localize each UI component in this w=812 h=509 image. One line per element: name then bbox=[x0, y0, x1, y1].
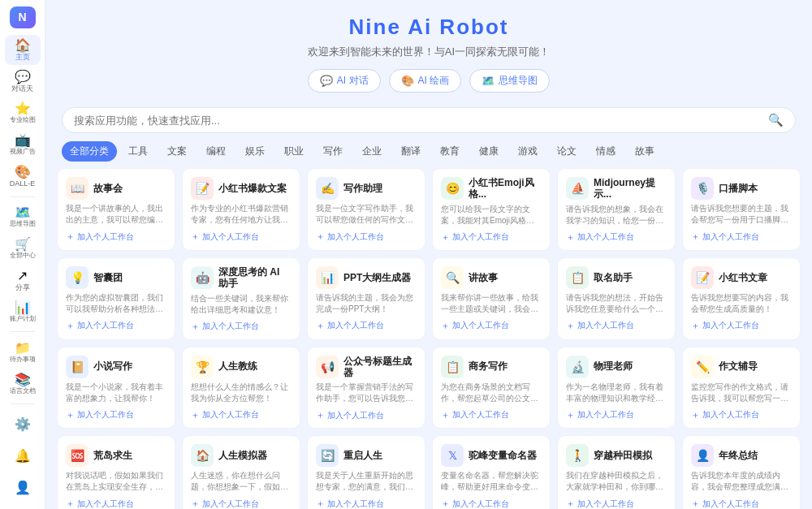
card-item[interactable]: 🔍 讲故事 我来帮你讲一些故事，给我一些主题或关键词，我会帮您生成您！ ＋ 加入… bbox=[432, 257, 551, 340]
card-add-button[interactable]: ＋ 加入个人工作台 bbox=[191, 321, 292, 333]
card-add-label: 加入个人工作台 bbox=[77, 409, 134, 421]
cat-tab-game[interactable]: 游戏 bbox=[510, 141, 546, 162]
card-item[interactable]: ⛵ Midjourney提示... 请告诉我您的想象，我会在我学习的知识，给您一… bbox=[557, 168, 676, 251]
card-add-button[interactable]: ＋ 加入个人工作台 bbox=[441, 498, 542, 509]
card-add-button[interactable]: ＋ 加入个人工作台 bbox=[691, 231, 792, 243]
sidebar: N 🏠 主页 💬 对话天 ⭐ 专业绘图 📺 视频广告 🎨 DALL-E 🗺️ 思… bbox=[0, 0, 45, 509]
cat-tab-code[interactable]: 编程 bbox=[198, 141, 234, 162]
card-item[interactable]: 🚶 穿越种田模拟 我们在穿越种田模拟之后，大家就学种田和，你到哪里来！ 我们开始… bbox=[557, 435, 676, 509]
card-header: 🆘 荒岛求生 bbox=[66, 444, 166, 467]
sidebar-item-share[interactable]: ↗ 分享 bbox=[5, 265, 41, 295]
card-add-button[interactable]: ＋ 加入个人工作台 bbox=[566, 498, 667, 509]
tab-ai-chat[interactable]: 💬 AI 对话 bbox=[308, 69, 381, 93]
card-item[interactable]: 📊 PPT大纲生成器 请告诉我的主题，我会为您完成一份PPT大纲！ ＋ 加入个人… bbox=[307, 257, 425, 340]
card-icon: 📊 bbox=[316, 266, 339, 289]
card-item[interactable]: ✏️ 作文辅导 监控您写作的作文格式，请告诉我，我可以帮您写一篇优质！ ＋ 加入… bbox=[682, 347, 801, 429]
card-add-button[interactable]: ＋ 加入个人工作台 bbox=[66, 231, 166, 243]
tab-mindmap[interactable]: 🗺️ 思维导图 bbox=[469, 69, 550, 93]
sidebar-item-center[interactable]: 🛒 全部中心 bbox=[5, 234, 41, 264]
card-add-button[interactable]: ＋ 加入个人工作台 bbox=[316, 231, 417, 243]
sidebar-item-chat[interactable]: 💬 对话天 bbox=[5, 67, 41, 97]
card-item[interactable]: 👤 年终总结 告诉我您本年度的成绩内容，我会帮您整理成您满意的年终总结！ ＋ 加… bbox=[682, 435, 801, 509]
card-add-button[interactable]: ＋ 加入个人工作台 bbox=[441, 320, 542, 332]
card-item[interactable]: 📋 取名助手 请告诉我您的想法，开始告诉我您任意要给什么一个什么名字！ ＋ 加入… bbox=[557, 257, 676, 340]
card-item[interactable]: 😊 小红书Emoji风格... 您可以给我一段文字的文案，我能对其Emoji风格… bbox=[432, 168, 551, 251]
card-add-label: 加入个人工作台 bbox=[202, 231, 259, 243]
card-item[interactable]: 🏠 人生模拟器 人生迷惑，你在想什么问题，你想想象一下，假如你是！ ＋ 加入个人… bbox=[182, 435, 300, 509]
card-add-button[interactable]: ＋ 加入个人工作台 bbox=[441, 409, 542, 421]
card-add-button[interactable]: ＋ 加入个人工作台 bbox=[316, 498, 417, 509]
cat-tab-emotion[interactable]: 情感 bbox=[588, 141, 624, 162]
card-item[interactable]: 📖 故事会 我是一个讲故事的人，我出出的主意，我可以帮您编一些有意义的小故事！ … bbox=[57, 168, 175, 251]
card-add-button[interactable]: ＋ 加入个人工作台 bbox=[191, 498, 292, 509]
card-item[interactable]: 📋 商务写作 为您在商务场景的文档写作，帮您起草公司的公文写作！ ＋ 加入个人工… bbox=[432, 347, 551, 429]
card-item[interactable]: 📝 小红书爆款文案 作为专业的小红书爆款营销专家，您有任何地方让我帮助您撰写爆款… bbox=[182, 168, 300, 251]
sidebar-item-profile[interactable]: 👤 bbox=[5, 472, 41, 503]
card-desc: 我是一位文字写作助手，我可以帮您做任何的写作文档！ bbox=[316, 203, 417, 226]
search-input[interactable] bbox=[74, 114, 768, 127]
cat-tab-entertainment[interactable]: 娱乐 bbox=[237, 141, 273, 162]
card-add-button[interactable]: ＋ 加入个人工作台 bbox=[66, 498, 166, 509]
card-add-button[interactable]: ＋ 加入个人工作台 bbox=[566, 231, 667, 244]
cat-tab-copy[interactable]: 文案 bbox=[159, 141, 195, 162]
tab-ai-draw[interactable]: 🎨 AI 绘画 bbox=[389, 69, 462, 93]
card-icon: 📢 bbox=[316, 356, 339, 378]
sidebar-item-todo[interactable]: 📁 待办事项 bbox=[5, 337, 41, 367]
card-add-button[interactable]: ＋ 加入个人工作台 bbox=[316, 409, 417, 421]
cat-tab-tools[interactable]: 工具 bbox=[120, 141, 156, 162]
cat-tab-story[interactable]: 故事 bbox=[627, 141, 663, 162]
sidebar-label-video: 视频广告 bbox=[10, 149, 36, 155]
card-item[interactable]: 🎙️ 口播脚本 请告诉我您想要的主题，我会帮您写一份用于口播脚本的脚本文案！ ＋… bbox=[682, 168, 801, 251]
sidebar-item-home[interactable]: 🏠 主页 bbox=[5, 35, 41, 65]
cat-tab-translate[interactable]: 翻译 bbox=[393, 141, 429, 162]
card-add-button[interactable]: ＋ 加入个人工作台 bbox=[316, 320, 417, 332]
card-title: 商务写作 bbox=[469, 360, 508, 372]
sidebar-item-settings[interactable]: ⚙️ bbox=[5, 409, 41, 439]
sidebar-item-mindmap[interactable]: 🗺️ 思维导图 bbox=[5, 202, 41, 232]
cat-tab-writing[interactable]: 写作 bbox=[315, 141, 351, 162]
card-icon: 👤 bbox=[691, 444, 714, 467]
card-item[interactable]: 🔬 物理老师 作为一名物理老师，我有着丰富的物理知识和教学经验，可以帮助！ ＋ … bbox=[557, 347, 676, 429]
plus-icon: ＋ bbox=[566, 498, 575, 509]
card-item[interactable]: 🔄 重启人生 我是关于人生重新开始的思想专家，您的满意，我们开始！ ＋ 加入个人… bbox=[307, 435, 425, 509]
card-add-button[interactable]: ＋ 加入个人工作台 bbox=[191, 409, 292, 421]
card-add-button[interactable]: ＋ 加入个人工作台 bbox=[566, 320, 667, 332]
cat-tab-health[interactable]: 健康 bbox=[471, 141, 507, 162]
card-item[interactable]: 📢 公众号标题生成器 我是一个掌握营销手法的写作助手，您可以告诉我您的主题，！ … bbox=[307, 347, 425, 429]
sidebar-label-docs: 语言文档 bbox=[10, 388, 36, 395]
card-add-button[interactable]: ＋ 加入个人工作台 bbox=[66, 320, 166, 332]
sidebar-item-dalle[interactable]: 🎨 DALL-E bbox=[5, 162, 41, 192]
card-add-button[interactable]: ＋ 加入个人工作台 bbox=[566, 409, 667, 421]
card-title: 作文辅导 bbox=[719, 360, 758, 372]
card-item[interactable]: 🤖 深度思考的 AI 助手 结合一些关键词，我来帮你给出详细思考和建议意！ ＋ … bbox=[182, 257, 300, 340]
card-item[interactable]: 📝 小红书文章 告诉我您想要写的内容，我会帮您生成高质量的！ ＋ 加入个人工作台 bbox=[682, 257, 801, 340]
card-add-button[interactable]: ＋ 加入个人工作台 bbox=[191, 231, 292, 243]
sidebar-item-notifications[interactable]: 🔔 bbox=[5, 441, 41, 471]
cat-tab-all[interactable]: 全部分类 bbox=[62, 141, 117, 162]
cat-tab-career[interactable]: 职业 bbox=[276, 141, 312, 162]
sidebar-item-draw[interactable]: ⭐ 专业绘图 bbox=[5, 98, 41, 128]
card-add-button[interactable]: ＋ 加入个人工作台 bbox=[441, 231, 542, 244]
cat-tab-business[interactable]: 企业 bbox=[354, 141, 390, 162]
sidebar-item-docs[interactable]: 📚 语言文档 bbox=[5, 369, 41, 399]
card-item[interactable]: 📔 小说写作 我是一个小说家，我有着丰富的想象力，让我帮你！ ＋ 加入个人工作台 bbox=[57, 347, 175, 429]
header-tab-group: 💬 AI 对话 🎨 AI 绘画 🗺️ 思维导图 bbox=[62, 69, 796, 93]
card-add-button[interactable]: ＋ 加入个人工作台 bbox=[691, 498, 792, 509]
sidebar-item-account[interactable]: 📊 账户计划 bbox=[5, 296, 41, 326]
card-desc: 变量名命名器，帮您解决驼峰，帮助更好用来命令变量，学习三千变量命名！ bbox=[441, 470, 542, 493]
card-item[interactable]: 💡 智囊团 作为您的虚拟智囊团，我们可以我帮助分析各种想法，提供建议与建议！ ＋… bbox=[57, 257, 175, 340]
card-add-button[interactable]: ＋ 加入个人工作台 bbox=[691, 409, 792, 421]
cat-tab-paper[interactable]: 论文 bbox=[549, 141, 585, 162]
sidebar-item-video[interactable]: 📺 视频广告 bbox=[5, 130, 41, 160]
card-add-label: 加入个人工作台 bbox=[202, 409, 259, 421]
card-add-button[interactable]: ＋ 加入个人工作台 bbox=[66, 409, 166, 421]
card-item[interactable]: 🏆 人生教练 想想什么人生的情感么？让我为你从全方位帮您！ ＋ 加入个人工作台 bbox=[182, 347, 300, 429]
card-desc: 作为一名物理老师，我有着丰富的物理知识和教学经验，可以帮助！ bbox=[566, 382, 667, 404]
card-item[interactable]: 🆘 荒岛求生 对我说话吧，假如如果我们在荒岛上实现安全生存，那么，什么？ ＋ 加… bbox=[57, 435, 175, 509]
cat-tab-edu[interactable]: 教育 bbox=[432, 141, 468, 162]
card-item[interactable]: ✍️ 写作助理 我是一位文字写作助手，我可以帮您做任何的写作文档！ ＋ 加入个人… bbox=[307, 168, 425, 251]
card-add-button[interactable]: ＋ 加入个人工作台 bbox=[691, 320, 792, 332]
plus-icon: ＋ bbox=[191, 231, 200, 243]
card-item[interactable]: 𝕏 驼峰变量命名器 变量名命名器，帮您解决驼峰，帮助更好用来命令变量，学习三千变… bbox=[432, 435, 551, 509]
card-icon: 🆘 bbox=[66, 444, 89, 467]
